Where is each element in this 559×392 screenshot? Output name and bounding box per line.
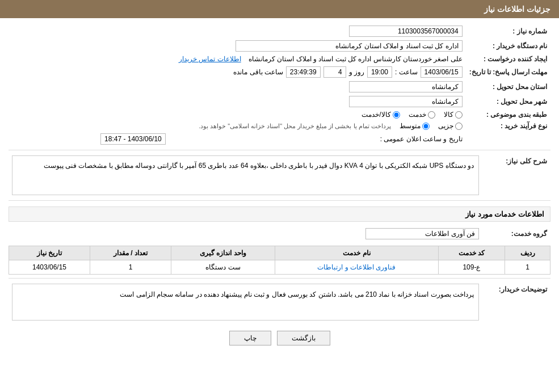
delivery-province-label: استان محل تحویل : — [466, 79, 550, 94]
back-button[interactable]: بازگشت — [277, 331, 330, 345]
category-label: طبقه بندی موضوعی : — [466, 109, 550, 120]
delivery-province-value: کرمانشاه — [349, 81, 463, 92]
category-kala[interactable]: کالا — [444, 111, 463, 119]
buyer-org-value: اداره کل ثبت اسناد و املاک استان کرمانشا… — [236, 40, 463, 52]
buyer-notes-label: توضیحات خریدار: — [482, 282, 550, 322]
delivery-city-label: شهر محل تحویل : — [466, 94, 550, 109]
col-row-num: ردیف — [505, 246, 550, 260]
category-khedmat[interactable]: خدمت — [409, 111, 435, 119]
page-title: جزئیات اطلاعات نیاز — [484, 5, 550, 14]
page-header: جزئیات اطلاعات نیاز — [0, 0, 559, 18]
announcement-date-label: تاریخ و ساعت اعلان عمومی : — [380, 135, 463, 143]
need-number-label: شماره نیاز : — [466, 24, 550, 39]
services-table: ردیف کد خدمت نام خدمت واحد اندازه گیری ت… — [9, 246, 550, 275]
purchase-type-label: نوع فرآیند خرید : — [466, 120, 550, 132]
response-remaining-label: ساعت باقی مانده — [233, 68, 283, 76]
need-description-text: دو دستگاه UPS شبکه الکتریکی با توان 4 KV… — [12, 155, 479, 195]
col-date: تاریخ نیاز — [9, 246, 90, 260]
requester-label: ایجاد کننده درخواست : — [466, 53, 550, 65]
delivery-city-value: کرمانشاه — [349, 96, 463, 107]
purchase-motevaset[interactable]: متوسط — [400, 122, 430, 130]
need-description-section: شرح کلی نیاز: دو دستگاه UPS شبکه الکتریک… — [9, 154, 550, 197]
buyer-notes-text: پرداخت بصورت اسناد خزانه با نماد 210 می … — [12, 284, 479, 321]
purchase-note: پرداخت تمام یا بخشی از مبلغ خریدار محل "… — [199, 123, 391, 130]
response-remaining-value: 23:49:39 — [286, 66, 321, 78]
requester-value: علی اصغر خوردستان کارشناس اداره کل ثبت ا… — [249, 55, 463, 63]
buyer-notes-section: توضیحات خریدار: پرداخت بصورت اسناد خزانه… — [9, 282, 550, 322]
table-row: 1 ع-109 فناوری اطلاعات و ارتباطات ست دست… — [9, 260, 550, 275]
response-time-value: 19:00 — [367, 66, 392, 78]
col-service-code: کد خدمت — [438, 246, 505, 260]
response-days-label: روز و — [349, 68, 364, 76]
col-unit: واحد اندازه گیری — [171, 246, 275, 260]
buyer-org-label: نام دستگاه خریدار : — [466, 39, 550, 53]
need-number-value: 1103003567000034 — [349, 26, 463, 37]
response-date-label: مهلت ارسال پاسخ: تا تاریخ: — [466, 65, 550, 79]
requester-contact-link[interactable]: اطلاعات تماس خریدار — [179, 55, 241, 63]
service-group-row: گروه خدمت: فن آوری اطلاعات — [9, 226, 550, 241]
col-count: تعداد / مقدار — [90, 246, 171, 260]
response-date-value: 1403/06/15 — [421, 66, 463, 78]
services-section-title: اطلاعات خدمات مورد نیاز — [9, 206, 550, 222]
print-button[interactable]: چاپ — [229, 331, 271, 345]
response-days-value: 4 — [323, 66, 346, 78]
service-group-value: فن آوری اطلاعات — [365, 228, 479, 239]
announcement-date-value: 1403/06/10 - 18:47 — [100, 133, 166, 145]
response-time-label: ساعت : — [395, 68, 418, 76]
info-section: شماره نیاز : 1103003567000034 نام دستگاه… — [9, 24, 550, 146]
service-group-label: گروه خدمت: — [482, 226, 550, 241]
need-description-label: شرح کلی نیاز: — [482, 154, 550, 197]
category-kala-khedmat[interactable]: کالا/خدمت — [362, 111, 400, 119]
action-buttons: بازگشت چاپ — [9, 331, 550, 345]
col-service-name: نام خدمت — [275, 246, 439, 260]
purchase-jozii[interactable]: جزیی — [438, 122, 463, 130]
